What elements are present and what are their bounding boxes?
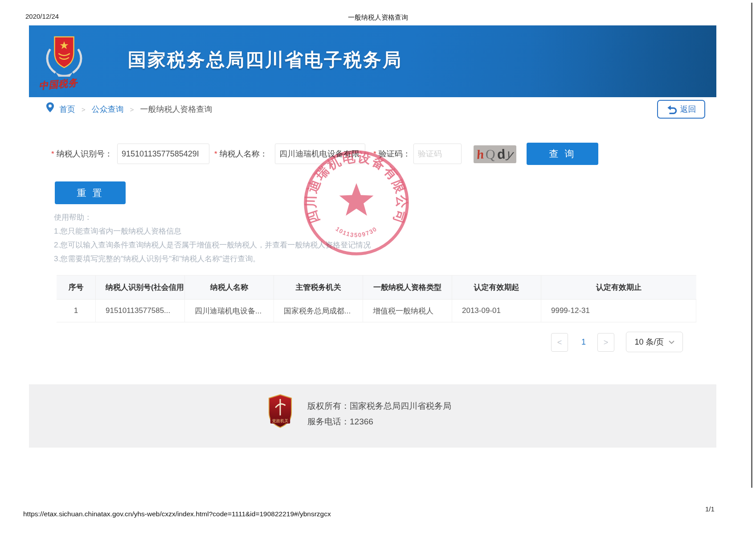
required-asterisk: * (214, 150, 217, 158)
help-line: 3.您需要填写完整的"纳税人识别号"和"纳税人名称"进行查询。 (54, 252, 371, 266)
back-button[interactable]: 返回 (657, 100, 705, 119)
required-asterisk: * (373, 150, 376, 158)
table-row: 1 91510113577585... 四川迪瑞机电设备... 国家税务总局成都… (57, 300, 696, 322)
print-date: 2020/12/24 (25, 12, 59, 20)
print-page-indicator: 1/1 (705, 505, 715, 513)
taxpayer-name-input[interactable] (275, 144, 365, 164)
header-tax-authority: 主管税务机关 (274, 276, 363, 299)
cell-valid-from: 2013-09-01 (452, 300, 541, 322)
breadcrumb-separator: > (130, 106, 134, 113)
captcha-char: y (506, 147, 515, 162)
page-size-select[interactable]: 10 条/页 (626, 332, 683, 352)
site-banner: 中国税务 国家税务总局四川省电子税务局 (29, 25, 716, 97)
cell-taxpayer-name: 四川迪瑞机电设备... (185, 300, 274, 322)
captcha-label: *验证码： (373, 144, 411, 164)
pagination-current-page[interactable]: 1 (575, 333, 593, 351)
breadcrumb-separator: > (82, 106, 86, 113)
captcha-image[interactable]: h Q d y (474, 145, 516, 163)
help-title: 使用帮助： (54, 210, 371, 224)
reset-button[interactable]: 重 置 (55, 181, 126, 204)
usage-help: 使用帮助： 1.您只能查询省内一般纳税人资格信息 2.您可以输入查询条件查询纳税… (54, 210, 371, 266)
page: 2020/12/24 一般纳税人资格查询 中国税务 国家税务总局四川省电子税务局 (0, 0, 756, 535)
taxpayer-id-label: *纳税人识别号： (51, 144, 113, 164)
cell-valid-to: 9999-12-31 (541, 300, 696, 322)
captcha-char: d (497, 147, 506, 162)
location-pin-icon (46, 102, 54, 115)
header-qualification-type: 一般纳税人资格类型 (363, 276, 452, 299)
scan-edge-artifact (751, 3, 752, 488)
header-valid-to: 认定有效期止 (541, 276, 696, 299)
site-title: 国家税务总局四川省电子税务局 (128, 48, 402, 72)
breadcrumb: 首页 > 公众查询 > 一般纳税人资格查询 (29, 99, 716, 120)
breadcrumb-public-query-link[interactable]: 公众查询 (92, 104, 124, 115)
cell-seq: 1 (57, 300, 96, 322)
header-taxpayer-id: 纳税人识别号(社会信用 (96, 276, 185, 299)
cell-taxpayer-id: 91510113577585... (96, 300, 185, 322)
cell-qualification-type: 增值税一般纳税人 (363, 300, 452, 322)
query-button[interactable]: 查 询 (527, 143, 598, 165)
footer-copyright: 版权所有：国家税务总局四川省税务局 (307, 398, 451, 414)
header-taxpayer-name: 纳税人名称 (185, 276, 274, 299)
government-badge-icon: 党政机关 (267, 394, 293, 430)
header-seq: 序号 (57, 276, 96, 299)
site-footer: 党政机关 版权所有：国家税务总局四川省税务局 服务电话：12366 (29, 384, 716, 448)
print-doc-title: 一般纳税人资格查询 (348, 13, 408, 22)
page-size-label: 10 条/页 (634, 337, 664, 347)
chevron-down-icon (669, 340, 674, 344)
badge-label: 党政机关 (272, 419, 289, 423)
captcha-input[interactable] (413, 144, 462, 164)
banner-artwork (529, 25, 716, 97)
taxpayer-name-label: *纳税人名称： (214, 144, 268, 164)
return-arrow-icon (666, 104, 677, 115)
result-table: 序号 纳税人识别号(社会信用 纳税人名称 主管税务机关 一般纳税人资格类型 认定… (57, 275, 696, 322)
cell-tax-authority: 国家税务总局成都... (274, 300, 363, 322)
pagination-next-button[interactable]: > (597, 333, 614, 352)
print-url: https://etax.sichuan.chinatax.gov.cn/yhs… (23, 510, 331, 518)
help-line: 2.您可以输入查询条件查询纳税人是否属于增值税一般纳税人，并查看一般纳税人资格登… (54, 238, 371, 252)
pagination-prev-button[interactable]: < (551, 333, 568, 352)
required-asterisk: * (51, 150, 54, 158)
breadcrumb-home-link[interactable]: 首页 (59, 104, 75, 115)
captcha-char: h (476, 147, 485, 162)
help-line: 1.您只能查询省内一般纳税人资格信息 (54, 224, 371, 238)
header-valid-from: 认定有效期起 (452, 276, 541, 299)
footer-phone: 服务电话：12366 (307, 414, 451, 429)
back-button-label: 返回 (680, 104, 696, 115)
breadcrumb-current: 一般纳税人资格查询 (140, 104, 212, 115)
captcha-char: Q (485, 146, 496, 162)
table-header-row: 序号 纳税人识别号(社会信用 纳税人名称 主管税务机关 一般纳税人资格类型 认定… (57, 275, 696, 300)
tax-emblem-icon (42, 33, 86, 79)
taxpayer-id-input[interactable] (117, 144, 209, 164)
